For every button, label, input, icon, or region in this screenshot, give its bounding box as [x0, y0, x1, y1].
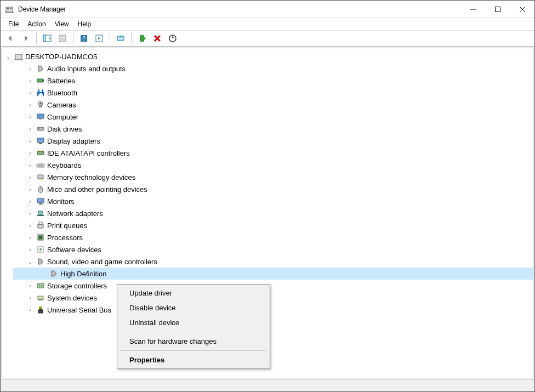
expand-icon[interactable]: ›	[26, 221, 34, 229]
tree-category[interactable]: › Memory technology devices	[13, 171, 533, 183]
titlebar: Device Manager	[1, 1, 534, 18]
tree-category-label: Disk drives	[47, 125, 82, 133]
category-icon	[36, 281, 45, 290]
maximize-button[interactable]	[485, 1, 510, 18]
svg-rect-65	[38, 296, 43, 299]
window-title: Device Manager	[18, 5, 460, 13]
tree-category[interactable]: ⌄ Sound, video and game controllers	[13, 255, 533, 268]
svg-point-61	[39, 248, 42, 251]
tree-category[interactable]: › System devices	[13, 292, 533, 304]
expand-icon[interactable]: ›	[26, 89, 34, 96]
expand-icon[interactable]: ›	[26, 65, 34, 72]
close-button[interactable]	[510, 1, 534, 18]
menu-help[interactable]: Help	[73, 19, 96, 29]
expand-icon[interactable]: ›	[26, 209, 34, 217]
toolbar-show-hide-tree[interactable]	[41, 32, 54, 45]
tree-category[interactable]: › Print queues	[13, 219, 533, 231]
toolbar-properties[interactable]	[56, 32, 69, 45]
tree-category[interactable]: › Storage controllers	[13, 280, 533, 292]
expand-icon[interactable]: ›	[26, 197, 34, 205]
category-icon	[36, 64, 45, 73]
category-icon	[36, 88, 45, 97]
expand-icon[interactable]: ›	[26, 294, 34, 302]
svg-rect-40	[37, 164, 44, 167]
svg-rect-25	[14, 59, 23, 60]
tree-category[interactable]: › Mice and other pointing devices	[13, 183, 533, 195]
expand-icon[interactable]: ›	[26, 306, 34, 314]
expand-icon[interactable]: ›	[26, 234, 34, 241]
svg-rect-50	[39, 203, 42, 204]
toolbar-action-center[interactable]	[93, 32, 106, 45]
tree-device-label: High Definition	[60, 270, 107, 278]
tree-category[interactable]: › Batteries	[13, 75, 533, 87]
svg-marker-18	[98, 37, 101, 39]
svg-rect-45	[41, 179, 41, 180]
tree-category[interactable]: › IDE ATA/ATAPI controllers	[13, 147, 533, 159]
tree-category-label: Display adapters	[47, 137, 100, 145]
expand-icon[interactable]: ›	[26, 113, 34, 121]
menu-action[interactable]: Action	[23, 19, 50, 29]
expand-icon[interactable]: ›	[26, 77, 34, 84]
context-menu-item[interactable]: Update driver	[118, 286, 269, 300]
category-icon	[36, 124, 45, 133]
tree-category[interactable]: › Universal Serial Bus	[13, 304, 533, 316]
svg-rect-56	[39, 222, 42, 224]
tree-category[interactable]: › Audio inputs and outputs	[13, 63, 533, 75]
expand-icon[interactable]: ›	[26, 173, 34, 181]
tree-category-label: Keyboards	[47, 161, 81, 169]
toolbar-uninstall[interactable]	[151, 32, 164, 45]
toolbar-update-driver[interactable]	[114, 32, 127, 45]
context-menu-item[interactable]: Properties	[118, 353, 269, 367]
expand-icon[interactable]: ›	[26, 125, 34, 133]
expand-icon[interactable]: ›	[26, 161, 34, 169]
svg-rect-36	[39, 143, 42, 144]
svg-rect-43	[38, 175, 43, 179]
svg-rect-67	[39, 306, 41, 309]
toolbar-enable[interactable]	[135, 32, 149, 45]
tree-category[interactable]: › Network adapters	[13, 207, 533, 219]
context-menu-item[interactable]: Disable device	[118, 300, 269, 315]
tree-category[interactable]: › Computer	[13, 111, 533, 123]
svg-rect-19	[117, 36, 124, 41]
tree-category[interactable]: › Processors	[13, 231, 533, 243]
svg-rect-3	[5, 12, 14, 13]
tree-category[interactable]: › Cameras	[13, 99, 533, 111]
app-icon	[5, 5, 14, 14]
toolbar-separator	[73, 32, 73, 44]
expand-icon[interactable]: ›	[26, 101, 34, 109]
context-menu-item[interactable]: Scan for hardware changes	[118, 334, 269, 349]
tree-category[interactable]: › Bluetooth	[13, 87, 533, 99]
tree-category-label: Computer	[47, 113, 78, 121]
svg-rect-44	[39, 179, 39, 180]
svg-rect-0	[6, 7, 13, 12]
svg-rect-24	[15, 54, 22, 59]
collapse-icon[interactable]: ⌄	[26, 258, 34, 265]
no-expand-icon	[39, 270, 47, 277]
expand-icon[interactable]: ›	[26, 137, 34, 145]
expand-icon[interactable]: ›	[26, 246, 34, 253]
context-menu: Update driverDisable deviceUninstall dev…	[117, 284, 270, 369]
minimize-button[interactable]	[460, 1, 485, 18]
menu-view[interactable]: View	[50, 19, 73, 29]
tree-category[interactable]: › Keyboards	[13, 159, 533, 171]
tree-device[interactable]: High Definition	[13, 268, 533, 280]
expand-icon[interactable]: ›	[26, 149, 34, 157]
tree-category[interactable]: › Monitors	[13, 195, 533, 207]
menu-file[interactable]: File	[4, 19, 23, 29]
tree-category[interactable]: › Software devices	[13, 243, 533, 255]
back-button[interactable]	[4, 32, 17, 45]
toolbar-scan-hardware[interactable]	[166, 32, 179, 45]
toolbar-help[interactable]: ?	[77, 32, 90, 45]
tree-category-label: Software devices	[47, 246, 101, 254]
collapse-icon[interactable]: ⌄	[4, 53, 12, 60]
tree-category[interactable]: › Disk drives	[13, 123, 533, 135]
statusbar	[1, 379, 534, 391]
tree-root-label: DESKTOP-UADMCO5	[25, 53, 97, 61]
expand-icon[interactable]: ›	[26, 185, 34, 193]
tree-category[interactable]: › Display adapters	[13, 135, 533, 147]
forward-button[interactable]	[19, 32, 32, 45]
expand-icon[interactable]: ›	[26, 282, 34, 289]
context-menu-item[interactable]: Uninstall device	[118, 315, 269, 330]
context-menu-separator	[121, 350, 266, 351]
tree-root-node[interactable]: ⌄ DESKTOP-UADMCO5	[2, 50, 533, 63]
